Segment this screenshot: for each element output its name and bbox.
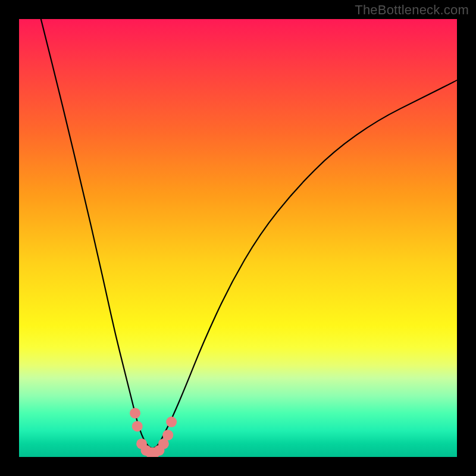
plot-area (19, 19, 457, 457)
chart-frame: TheBottleneck.com (0, 0, 476, 476)
chart-svg (19, 19, 457, 457)
watermark-text: TheBottleneck.com (355, 2, 469, 18)
bottleneck-curve-path (41, 19, 457, 448)
curve-marker (162, 430, 173, 440)
curve-marker (166, 416, 177, 427)
curve-marker (130, 408, 140, 418)
curve-markers (130, 408, 177, 457)
curve-marker (132, 421, 143, 431)
